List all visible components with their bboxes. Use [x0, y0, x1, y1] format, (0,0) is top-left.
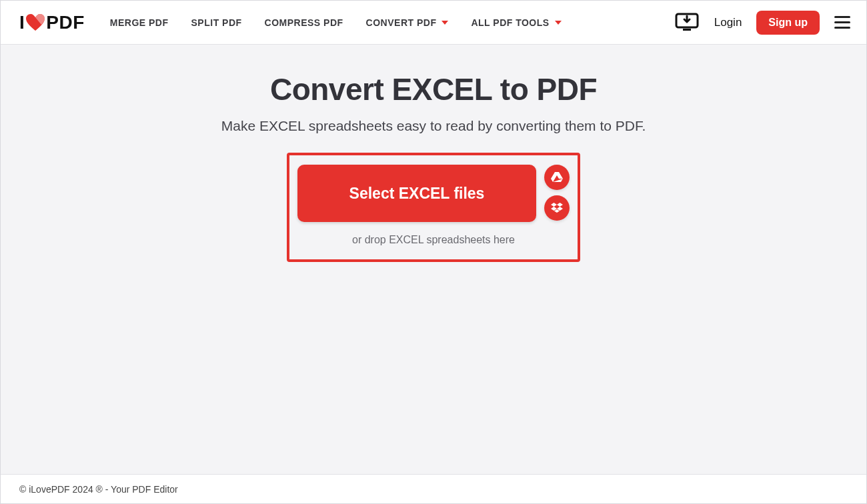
page-title: Convert EXCEL to PDF	[1, 71, 866, 107]
upload-area[interactable]: Select EXCEL files or drop EXCEL spreads…	[287, 153, 580, 262]
signup-button[interactable]: Sign up	[756, 11, 820, 35]
logo-suffix: PDF	[46, 12, 85, 33]
logo-prefix: I	[19, 12, 25, 33]
logo[interactable]: I PDF	[19, 12, 85, 33]
page-subtitle: Make EXCEL spreadsheets easy to read by …	[1, 118, 866, 134]
nav-merge[interactable]: MERGE PDF	[110, 17, 169, 28]
dropbox-icon	[551, 203, 563, 213]
heart-icon	[25, 14, 45, 31]
footer-text: © iLovePDF 2024 ® - Your PDF Editor	[19, 484, 178, 495]
select-files-button[interactable]: Select EXCEL files	[297, 165, 536, 222]
nav-compress[interactable]: COMPRESS PDF	[265, 17, 343, 28]
drop-hint: or drop EXCEL spreadsheets here	[297, 234, 570, 246]
google-drive-button[interactable]	[544, 165, 570, 190]
nav-split[interactable]: SPLIT PDF	[191, 17, 242, 28]
nav: MERGE PDF SPLIT PDF COMPRESS PDF CONVERT…	[110, 17, 562, 28]
login-link[interactable]: Login	[714, 16, 742, 29]
caret-down-icon	[442, 21, 448, 25]
dropbox-button[interactable]	[544, 195, 570, 221]
header: I PDF MERGE PDF SPLIT PDF COMPRESS PDF C…	[1, 1, 866, 45]
nav-convert[interactable]: CONVERT PDF	[366, 17, 449, 28]
nav-all-tools[interactable]: ALL PDF TOOLS	[471, 17, 561, 28]
google-drive-icon	[551, 172, 563, 183]
header-right: Login Sign up	[674, 11, 850, 35]
footer: © iLovePDF 2024 ® - Your PDF Editor	[1, 474, 866, 503]
main: Convert EXCEL to PDF Make EXCEL spreadsh…	[1, 45, 866, 262]
svg-rect-1	[683, 29, 691, 31]
caret-down-icon	[555, 21, 562, 25]
download-desktop-icon	[675, 13, 699, 33]
hamburger-menu[interactable]	[834, 13, 850, 31]
download-app-button[interactable]	[674, 12, 700, 33]
